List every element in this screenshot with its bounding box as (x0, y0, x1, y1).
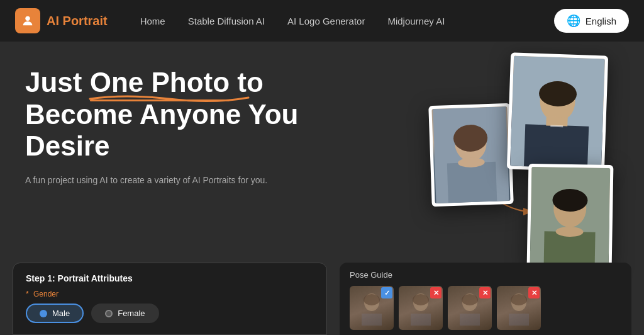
face-svg-large (510, 56, 605, 169)
language-label: English (586, 16, 616, 26)
svg-point-18 (364, 294, 380, 305)
svg-rect-9 (524, 124, 589, 168)
svg-point-24 (462, 294, 478, 305)
face-svg-small (530, 167, 611, 266)
hero-title: Just One Photo to Become Anyone You Desi… (25, 67, 302, 162)
pose-face-svg-2 (408, 291, 433, 326)
pose-face-svg-1 (359, 291, 384, 326)
svg-rect-19 (362, 314, 382, 326)
pose-guide-card: Pose Guide (340, 263, 631, 335)
title-underline-svg (87, 91, 251, 104)
pose-face-svg-4 (506, 291, 531, 326)
pose-image-3 (448, 286, 492, 330)
svg-point-27 (511, 294, 527, 305)
svg-rect-22 (411, 314, 431, 326)
svg-rect-10 (546, 116, 567, 126)
logo-icon (15, 8, 40, 33)
pose-thumb-4[interactable] (497, 286, 541, 330)
language-button[interactable]: 🌐 English (554, 9, 629, 33)
gender-female-button[interactable]: Female (91, 304, 158, 323)
nav-home[interactable]: Home (140, 16, 165, 26)
gender-male-button[interactable]: Male (26, 304, 84, 323)
pose-thumb-3[interactable] (448, 286, 492, 330)
nav-links: Home Stable Diffusion AI AI Logo Generat… (140, 16, 534, 26)
svg-rect-28 (509, 314, 529, 326)
bottom-section: Step 1: Portrait Attributes * Gender Mal… (0, 263, 644, 335)
male-indicator (40, 310, 47, 317)
pose-thumb-2[interactable] (399, 286, 443, 330)
pose-thumbnails (350, 286, 621, 330)
gender-options: Male Female (26, 304, 314, 323)
svg-point-21 (413, 294, 429, 305)
portrait-card-result2 (527, 164, 614, 269)
pose-image-4 (497, 286, 541, 330)
pose-face-svg-3 (457, 291, 482, 326)
nav-stable-diffusion[interactable]: Stable Diffusion AI (188, 16, 265, 26)
portrait-card-source (428, 103, 514, 207)
nav-midjourney[interactable]: Midjourney AI (387, 16, 445, 26)
nav-logo-generator[interactable]: AI Logo Generator (287, 16, 365, 26)
person-icon (21, 14, 35, 28)
pose-thumb-1[interactable] (350, 286, 394, 330)
svg-rect-25 (460, 314, 480, 326)
hero-title-line1: Just (25, 67, 90, 98)
logo[interactable]: AI Portrait (15, 8, 108, 33)
brand-name: AI Portrait (47, 14, 108, 28)
step1-title: Step 1: Portrait Attributes (26, 273, 314, 283)
pose-guide-title: Pose Guide (350, 270, 621, 280)
navbar: AI Portrait Home Stable Diffusion AI AI … (0, 0, 644, 42)
required-indicator: * (26, 290, 29, 298)
hero-underline-phrase: One Photo (90, 67, 230, 99)
main-area: Just One Photo to Become Anyone You Desi… (0, 42, 644, 335)
hero-title-line3: Desire (25, 130, 110, 161)
female-indicator (105, 310, 113, 317)
portrait-image-result1 (510, 56, 605, 169)
pose-image-1 (350, 286, 394, 330)
globe-icon: 🌐 (567, 14, 580, 28)
gender-label: * Gender (26, 290, 314, 298)
svg-point-0 (25, 16, 30, 21)
portrait-card-result1 (507, 52, 608, 172)
hero-portraits (355, 42, 644, 281)
face-svg-mid (431, 106, 510, 203)
step1-card: Step 1: Portrait Attributes * Gender Mal… (13, 263, 327, 335)
pose-image-2 (399, 286, 443, 330)
portrait-image-source (431, 106, 510, 203)
male-label: Male (52, 309, 70, 318)
hero-subtitle: A fun project using AI to create a varie… (25, 174, 302, 187)
svg-rect-4 (447, 162, 497, 203)
portrait-image-result2 (530, 167, 611, 266)
female-label: Female (118, 309, 145, 318)
